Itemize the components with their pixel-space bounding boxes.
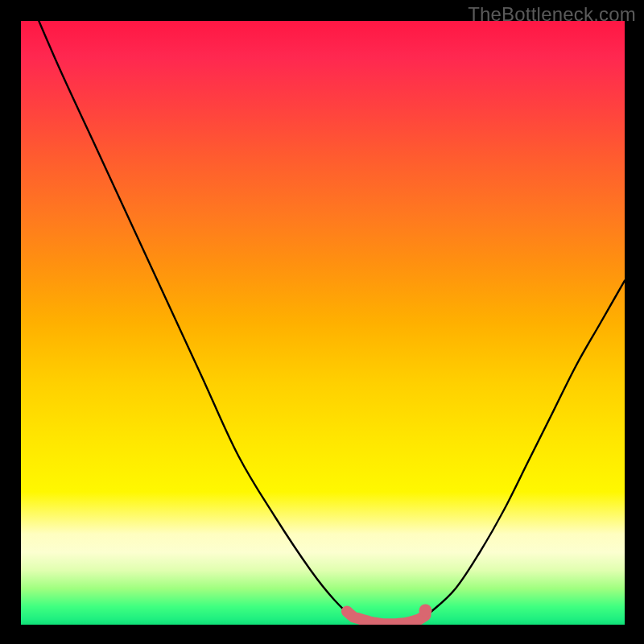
chart-container: TheBottleneck.com [0, 0, 644, 644]
plot-area [21, 21, 625, 625]
highlight-end-marker [419, 604, 432, 617]
bottleneck-curve [21, 21, 625, 625]
curve-svg [21, 21, 625, 625]
optimal-region-highlight [347, 612, 426, 625]
